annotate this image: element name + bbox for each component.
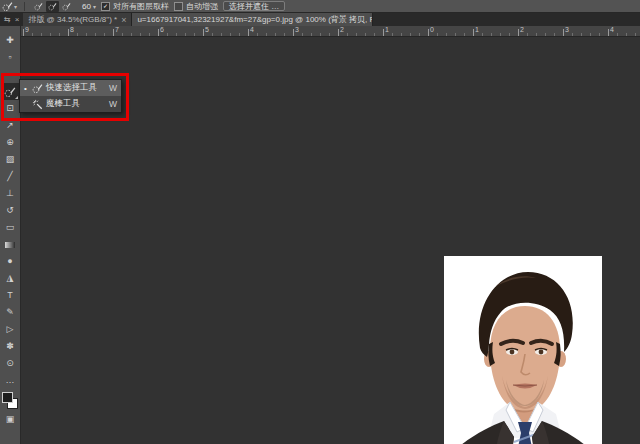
flyout-item-label: 快速选择工具 [46, 82, 97, 94]
ruler-number: 9 [25, 26, 29, 33]
tab-close-icon[interactable]: × [121, 15, 126, 25]
ruler-number: 1 [475, 26, 479, 33]
shortcut-key: W [109, 83, 117, 93]
rectangular-marquee-tool[interactable]: ▫ [1, 49, 19, 66]
brush-tool[interactable]: ╱ [1, 168, 19, 185]
path-selection-tool[interactable]: ▷ [1, 321, 19, 338]
portrait-image [444, 256, 602, 444]
quick-selection-icon [2, 1, 13, 12]
flyout-item-魔棒工具[interactable]: 魔棒工具W [20, 96, 121, 112]
divider [24, 2, 25, 11]
close-icon[interactable]: × [15, 15, 20, 24]
type-tool[interactable]: T [1, 287, 19, 304]
selection-mode-group [32, 1, 73, 12]
ruler-number: 1 [385, 26, 389, 33]
document-photo[interactable] [444, 256, 602, 444]
subtract-from-selection-brush-button[interactable] [60, 1, 73, 12]
auto-enhance-checkbox[interactable]: 自动增强 [174, 1, 218, 12]
magic-wand-icon [32, 99, 43, 110]
pen-tool[interactable]: ✎ [1, 304, 19, 321]
clone-stamp-tool[interactable]: ⊥ [1, 185, 19, 202]
brush-size-value: 60 [82, 2, 91, 11]
shortcut-key: W [109, 99, 117, 109]
tool-flyout-menu: •快速选择工具W魔棒工具W [19, 79, 122, 113]
ruler-number: 6 [160, 26, 164, 33]
sample-all-layers-label: 对所有图层取样 [113, 1, 169, 12]
blur-tool[interactable]: ● [1, 253, 19, 270]
eraser-tool[interactable]: ▭ [1, 219, 19, 236]
add-to-selection-brush-button[interactable] [46, 1, 59, 12]
edit-toolbar-button[interactable]: … [1, 372, 19, 389]
move-tool[interactable]: ✚ [1, 32, 19, 49]
active-tool-bullet: • [24, 84, 29, 93]
ruler-number: 8 [70, 26, 74, 33]
eyedropper-tool[interactable]: ↗ [1, 117, 19, 134]
select-and-mask-button[interactable]: 选择并遮住 … [223, 1, 285, 11]
tab-dock-controls: ⇆ × [0, 13, 23, 26]
ruler-number: 4 [250, 26, 254, 33]
ruler-number: 3 [565, 26, 569, 33]
tab-label: 排版 @ 34.5%(RGB/8") * [28, 14, 117, 25]
chevron-down-icon: ▾ [93, 3, 96, 10]
history-brush-tool[interactable]: ↺ [1, 202, 19, 219]
ruler-number: 3 [295, 26, 299, 33]
dodge-tool[interactable]: ◮ [1, 270, 19, 287]
document-tab[interactable]: u=1667917041,32321927&fm=27&gp=0.jpg @ 1… [132, 13, 373, 26]
quick-selection-icon [32, 83, 43, 94]
checkbox-unchecked-icon [174, 2, 183, 11]
ruler-number: 4 [610, 26, 614, 33]
document-tabs: 排版 @ 34.5%(RGB/8") *×u=1667917041,323219… [23, 13, 373, 26]
ruler-number: 2 [340, 26, 344, 33]
options-bar: ▾ 60 ▾ ✓ 对所有图层取样 自动增强 选择并遮住 … [0, 0, 640, 13]
gradient-tool[interactable] [1, 236, 19, 253]
new-selection-brush-button[interactable] [32, 1, 45, 12]
flyout-corner-icon [15, 96, 18, 99]
document-tab[interactable]: 排版 @ 34.5%(RGB/8") *× [23, 13, 132, 26]
sample-all-layers-checkbox[interactable]: ✓ 对所有图层取样 [101, 1, 169, 12]
tab-bar: ⇆ × 排版 @ 34.5%(RGB/8") *×u=1667917041,32… [0, 13, 640, 26]
flyout-item-label: 魔棒工具 [46, 98, 80, 110]
spot-healing-brush-tool[interactable]: ⊕ [1, 134, 19, 151]
tool-preset-picker[interactable]: ▾ [2, 1, 17, 12]
tab-label: u=1667917041,32321927&fm=27&gp=0.jpg @ 1… [137, 14, 373, 25]
flyout-item-快速选择工具[interactable]: •快速选择工具W [20, 80, 121, 96]
hand-tool[interactable]: ✽ [1, 338, 19, 355]
quick-mask-button[interactable]: ▣ [1, 411, 19, 428]
auto-enhance-label: 自动增强 [186, 1, 218, 12]
zoom-tool[interactable]: ⊙ [1, 355, 19, 372]
horizontal-ruler[interactable]: 98765432101234 [20, 26, 640, 37]
ruler-number: 2 [520, 26, 524, 33]
foreground-color-swatch[interactable] [2, 392, 13, 403]
crop-tool[interactable]: ⊡ [1, 100, 19, 117]
patch-tool[interactable]: ▨ [1, 151, 19, 168]
dock-icon[interactable]: ⇆ [4, 15, 11, 24]
checkbox-checked-icon: ✓ [101, 2, 110, 11]
color-swatches[interactable] [1, 391, 19, 411]
quick-selection-tool[interactable] [1, 83, 19, 100]
ruler-number: 0 [430, 26, 434, 33]
chevron-down-icon: ▾ [14, 3, 17, 10]
lasso-tool[interactable]: ∽ [1, 66, 19, 83]
ruler-number: 5 [205, 26, 209, 33]
ruler-number: 7 [115, 26, 119, 33]
toolbar: ✚▫∽⊡↗⊕▨╱⊥↺▭●◮T✎▷✽⊙…▣ [0, 26, 21, 444]
brush-size-picker[interactable]: 60 ▾ [82, 2, 96, 11]
